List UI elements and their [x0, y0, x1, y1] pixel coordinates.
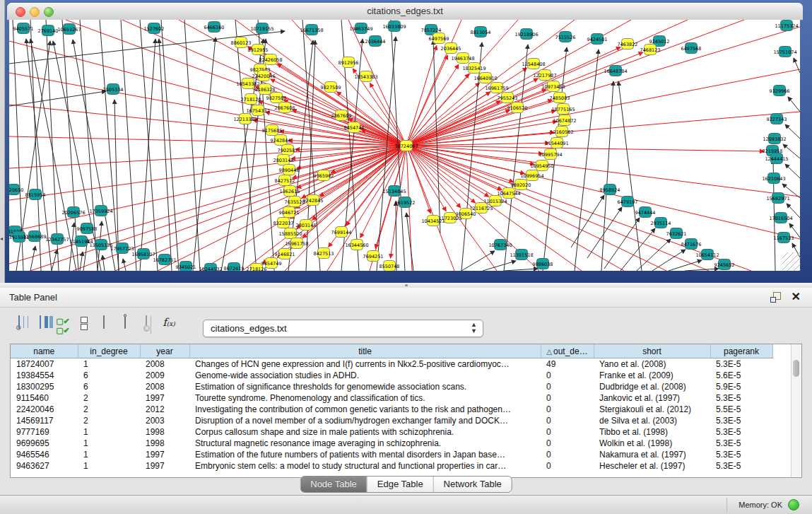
node-label: 1167533 [774, 235, 794, 241]
tab-edge-table[interactable]: Edge Table [367, 477, 434, 492]
node-label: 16782751 [153, 257, 176, 263]
table-toolbar: ⚙ ▢✔▢✔ ✕ f(x) citations_edges.txt ▲▼ [0, 312, 812, 344]
node-label: 9827509 [321, 85, 341, 90]
table-mode-icon[interactable]: ⚙ [10, 316, 28, 334]
panel-collapse-arrow-icon[interactable]: ◂ [0, 236, 3, 242]
node-label: 16954950 [530, 163, 553, 169]
column-header-out_de[interactable]: △out_de… [541, 344, 594, 358]
column-header-name[interactable]: name [11, 344, 78, 358]
node-label: 7632621 [666, 231, 687, 237]
node-label: 9474444 [635, 210, 656, 216]
float-window-icon[interactable] [770, 292, 781, 303]
table-scrollbar[interactable] [791, 344, 801, 477]
delete-table-icon: ✕ [137, 316, 155, 334]
node-label: 16640910 [473, 76, 497, 81]
show-columns-icon[interactable] [31, 316, 49, 334]
node-label: 9827508 [266, 95, 287, 101]
network-window: citations_edges.txt 94055712769140106532… [7, 3, 803, 277]
delete-columns-icon[interactable] [116, 316, 134, 334]
node-label: 7902587 [278, 148, 298, 153]
node-label: 16210643 [762, 176, 785, 182]
memory-status-label: Memory: OK [739, 501, 782, 509]
node-label: 10719155 [250, 26, 273, 32]
node-label: 2867609 [331, 113, 352, 119]
column-header-pagerank[interactable]: pagerank [710, 344, 772, 358]
network-nodes[interactable]: 9405571276914010653267152760264661601071… [9, 21, 799, 271]
table-row[interactable]: 969969511998Structural magnetic resonanc… [11, 438, 791, 449]
node-label: 12213389 [233, 117, 257, 122]
node-label: 6466160 [204, 25, 225, 30]
node-label: 6497568 [681, 46, 702, 52]
node-label: 10767340 [488, 243, 512, 248]
window-resize-grip[interactable] [782, 252, 801, 271]
node-label: 9345021 [176, 264, 196, 270]
network-canvas[interactable]: 9405571276914010653267152760264661601071… [9, 20, 800, 271]
node-label: 12116725 [469, 206, 493, 211]
column-header-in_degree[interactable]: in_degree [78, 344, 140, 358]
column-header-title[interactable]: title [189, 344, 541, 358]
node-label: 10674872 [553, 118, 576, 124]
table-row[interactable]: 946362711997Embryonic stem cells: a mode… [11, 460, 791, 472]
column-header-year[interactable]: year [140, 344, 189, 358]
node-label: 22420046 [252, 74, 275, 79]
network-window-titlebar[interactable]: citations_edges.txt [7, 3, 803, 21]
node-label: 9242844 [271, 138, 291, 144]
node-label: 7468123 [640, 47, 661, 53]
column-header-short[interactable]: short [594, 344, 710, 358]
node-label: 7699144 [331, 230, 352, 235]
table-row[interactable]: 1872400712008Changes of HCN gene express… [11, 358, 791, 370]
node-label: 9106520 [507, 105, 528, 111]
node-label: 7515526 [555, 35, 576, 40]
node-label: 9146821 [275, 252, 295, 257]
new-table-icon[interactable] [95, 316, 113, 334]
node-table-grid[interactable]: namein_degreeyeartitle△out_de…shortpager… [11, 344, 791, 472]
table-panel-header: Table Panel ✕ [0, 288, 812, 308]
node-label: 6497569 [429, 36, 449, 42]
node-label: 10647544 [497, 191, 520, 197]
node-label: 9329966 [770, 88, 790, 94]
node-label: 15134845 [382, 189, 406, 194]
node-label: 16033809 [382, 24, 406, 30]
tab-network-table[interactable]: Network Table [434, 477, 512, 492]
memory-indicator-icon[interactable] [788, 499, 799, 510]
table-row[interactable]: 2242004622012Investigating the contribut… [11, 404, 791, 415]
node-label: 19463749 [349, 26, 372, 32]
select-columns-icon[interactable]: ▢✔▢✔ [54, 316, 72, 334]
node-label: 8322037 [273, 221, 294, 226]
node-label: 7955243 [498, 95, 518, 101]
tab-node-table[interactable]: Node Table [300, 477, 367, 492]
node-label: 7694251 [363, 254, 384, 259]
status-bar: Memory: OK [0, 495, 812, 514]
scrollbar-thumb[interactable] [793, 360, 799, 377]
node-label: 12444415 [765, 156, 788, 162]
table-row[interactable]: 1456911722003Disruption of a novel membe… [11, 415, 791, 426]
node-label: 16958107 [131, 252, 155, 257]
node-label: 2867608 [275, 105, 295, 111]
node-label: 10654112 [695, 252, 719, 258]
function-builder-icon[interactable]: f(x) [160, 316, 178, 334]
table-row[interactable]: 1830029562008Estimation of significance … [11, 381, 791, 392]
node-label: 8912955 [248, 47, 269, 53]
close-panel-icon[interactable]: ✕ [792, 291, 801, 303]
node-label: 10995794 [539, 152, 562, 158]
table-row[interactable]: 946554611997Estimation of the future num… [11, 449, 791, 460]
table-row[interactable]: 977716911998Corpus callosum shape and si… [11, 426, 791, 438]
node-label: 12093832 [763, 136, 786, 142]
node-label: 8427513 [314, 251, 334, 257]
table-selector-dropdown[interactable]: citations_edges.txt ▲▼ [203, 320, 483, 337]
node-label: 10434521 [421, 218, 445, 224]
node-label: 18543383 [354, 74, 377, 80]
table-row[interactable]: 911546021997Tourette syndrome. Phenomeno… [11, 392, 791, 404]
node-label: 8454748 [344, 125, 365, 131]
node-label: 16961759 [485, 86, 508, 91]
node-label: 2718120 [241, 97, 261, 103]
node-label: 7857224 [421, 28, 442, 33]
node-label: 10996954 [520, 173, 543, 179]
table-row[interactable]: 1938455462009Genome-wide association stu… [11, 370, 791, 381]
horizontal-splitter[interactable] [0, 283, 812, 288]
node-label: 9227343 [767, 117, 787, 122]
row-height-icon[interactable] [75, 316, 93, 334]
node-label: 2036445 [441, 46, 461, 52]
node-label: 19463748 [451, 56, 474, 62]
node-label: 9886038 [533, 262, 553, 267]
